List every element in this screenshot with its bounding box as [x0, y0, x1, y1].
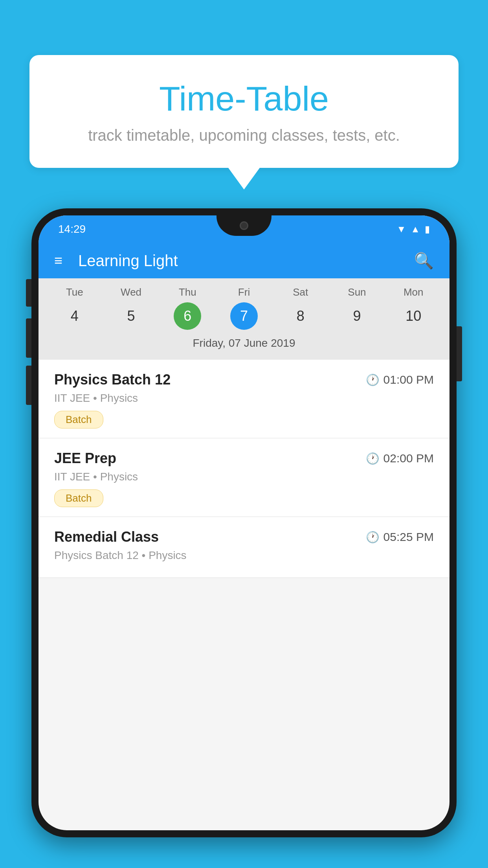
side-button-extra	[26, 366, 31, 405]
app-header: ≡ Learning Light 🔍	[39, 243, 449, 278]
schedule-item-2[interactable]: Remedial Class 🕐 05:25 PM Physics Batch …	[39, 517, 449, 578]
camera	[240, 221, 248, 230]
bubble-arrow	[228, 168, 260, 189]
schedule-item-1[interactable]: JEE Prep 🕐 02:00 PM IIT JEE • Physics Ba…	[39, 438, 449, 517]
day-headers: TueWedThuFriSatSunMon	[39, 286, 449, 298]
search-icon[interactable]: 🔍	[414, 252, 434, 270]
item-time-1: 🕐 02:00 PM	[366, 452, 434, 465]
signal-icon: ▲	[411, 224, 420, 235]
item-subtitle-1: IIT JEE • Physics	[54, 471, 434, 483]
day-header-wed: Wed	[103, 286, 160, 298]
side-button-volume-up	[26, 279, 31, 307]
phone-mockup: 14:29 ▼ ▲ ▮ ≡ Learning Light 🔍	[31, 208, 457, 868]
day-num-6[interactable]: 6	[159, 302, 216, 330]
battery-icon: ▮	[425, 224, 430, 235]
item-title-1: JEE Prep	[54, 450, 116, 467]
phone-screen: 14:29 ▼ ▲ ▮ ≡ Learning Light 🔍	[39, 215, 449, 830]
day-num-9[interactable]: 9	[329, 302, 385, 330]
day-header-sun: Sun	[329, 286, 385, 298]
day-num-7[interactable]: 7	[216, 302, 272, 330]
batch-badge-1: Batch	[54, 489, 103, 507]
item-time-2: 🕐 05:25 PM	[366, 530, 434, 544]
side-button-volume-down	[26, 318, 31, 358]
item-title-0: Physics Batch 12	[54, 371, 171, 388]
side-button-power	[457, 326, 462, 381]
hamburger-menu-icon[interactable]: ≡	[54, 252, 62, 269]
bubble-subtitle: track timetable, upcoming classes, tests…	[61, 127, 427, 144]
clock-icon-1: 🕐	[366, 452, 380, 465]
clock-icon-2: 🕐	[366, 531, 380, 544]
schedule-list: Physics Batch 12 🕐 01:00 PM IIT JEE • Ph…	[39, 360, 449, 578]
day-header-fri: Fri	[216, 286, 272, 298]
wifi-icon: ▼	[396, 224, 406, 235]
day-header-thu: Thu	[159, 286, 216, 298]
notch-cutout	[216, 215, 272, 236]
day-header-mon: Mon	[385, 286, 442, 298]
day-num-8[interactable]: 8	[272, 302, 329, 330]
day-numbers: 45678910	[39, 302, 449, 330]
speech-bubble-container: Time-Table track timetable, upcoming cla…	[29, 55, 459, 189]
speech-bubble: Time-Table track timetable, upcoming cla…	[29, 55, 459, 168]
item-title-2: Remedial Class	[54, 529, 159, 545]
day-num-5[interactable]: 5	[103, 302, 160, 330]
day-header-tue: Tue	[46, 286, 103, 298]
day-header-sat: Sat	[272, 286, 329, 298]
item-time-0: 🕐 01:00 PM	[366, 373, 434, 386]
bubble-title: Time-Table	[61, 79, 427, 119]
item-subtitle-0: IIT JEE • Physics	[54, 392, 434, 405]
status-time: 14:29	[58, 223, 86, 235]
day-num-10[interactable]: 10	[385, 302, 442, 330]
item-subtitle-2: Physics Batch 12 • Physics	[54, 549, 434, 562]
day-num-4[interactable]: 4	[46, 302, 103, 330]
batch-badge-0: Batch	[54, 411, 103, 428]
item-header-0: Physics Batch 12 🕐 01:00 PM	[54, 371, 434, 388]
app-title: Learning Light	[78, 252, 414, 270]
schedule-item-0[interactable]: Physics Batch 12 🕐 01:00 PM IIT JEE • Ph…	[39, 360, 449, 438]
status-bar: 14:29 ▼ ▲ ▮	[39, 215, 449, 243]
selected-date-label: Friday, 07 June 2019	[39, 334, 449, 356]
clock-icon-0: 🕐	[366, 373, 380, 386]
calendar-strip: TueWedThuFriSatSunMon 45678910 Friday, 0…	[39, 278, 449, 360]
item-header-2: Remedial Class 🕐 05:25 PM	[54, 529, 434, 545]
phone-outer: 14:29 ▼ ▲ ▮ ≡ Learning Light 🔍	[31, 208, 457, 837]
item-header-1: JEE Prep 🕐 02:00 PM	[54, 450, 434, 467]
status-icons: ▼ ▲ ▮	[396, 224, 430, 235]
